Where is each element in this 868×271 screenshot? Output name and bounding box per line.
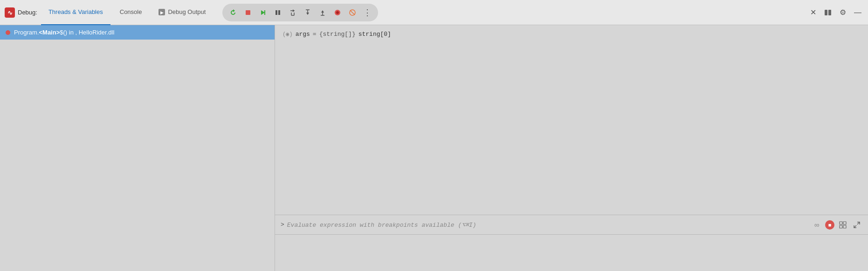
tab-threads-variables[interactable]: Threads & Variables bbox=[41, 0, 110, 25]
step-out-button[interactable] bbox=[316, 6, 330, 20]
svg-rect-25 bbox=[843, 222, 846, 224]
settings-button[interactable]: ⚙ bbox=[837, 7, 848, 18]
minimize-button[interactable]: — bbox=[852, 7, 863, 18]
terminal-icon: ▶ bbox=[158, 9, 165, 15]
resume-button[interactable] bbox=[256, 6, 270, 20]
thread-item[interactable]: Program.<Main>$() in , HelloRider.dll bbox=[0, 25, 275, 40]
close-button[interactable]: ✕ bbox=[807, 7, 819, 18]
svg-marker-13 bbox=[306, 13, 309, 15]
svg-marker-5 bbox=[261, 10, 265, 15]
split-button[interactable] bbox=[822, 7, 834, 18]
main-content: Program.<Main>$() in , HelloRider.dll (◉… bbox=[0, 25, 868, 271]
svg-rect-7 bbox=[276, 10, 277, 15]
svg-rect-26 bbox=[840, 225, 842, 228]
variable-name: args bbox=[296, 31, 310, 38]
svg-point-19 bbox=[336, 11, 339, 14]
tab-debug-output[interactable]: ▶ Debug Output bbox=[151, 0, 213, 25]
step-into-button[interactable] bbox=[301, 6, 315, 20]
svg-rect-22 bbox=[825, 10, 827, 15]
svg-marker-16 bbox=[321, 10, 324, 13]
svg-rect-6 bbox=[264, 10, 265, 15]
expression-controls: ∞ ■ bbox=[811, 219, 862, 230]
debug-controls: ⋮ bbox=[222, 4, 378, 21]
tab-console[interactable]: Console bbox=[112, 0, 150, 25]
thread-text: Program.<Main>$() in , HelloRider.dll bbox=[14, 29, 114, 36]
svg-rect-8 bbox=[278, 10, 280, 15]
threads-panel: Program.<Main>$() in , HelloRider.dll bbox=[0, 25, 275, 271]
more-button[interactable]: ⋮ bbox=[360, 6, 374, 20]
toolbar: ∿ Debug: Threads & Variables Console ▶ D… bbox=[0, 0, 868, 25]
mute-breakpoints-button[interactable] bbox=[345, 6, 359, 20]
svg-text:▶: ▶ bbox=[160, 10, 164, 15]
expression-input-row[interactable]: > Evaluate expression with breakpoints a… bbox=[275, 215, 868, 235]
right-panel: (◉) args = {string[]} string[0] > Evalua… bbox=[275, 25, 868, 271]
expression-body bbox=[275, 235, 868, 271]
stop-eval-button[interactable]: ■ bbox=[825, 220, 834, 230]
grid-button[interactable] bbox=[837, 219, 848, 230]
expression-placeholder: Evaluate expression with breakpoints ava… bbox=[287, 221, 808, 229]
window-controls: ✕ ⚙ — bbox=[807, 7, 863, 18]
svg-line-21 bbox=[350, 10, 355, 15]
debug-icon: ∿ bbox=[5, 7, 15, 18]
run-to-cursor-button[interactable] bbox=[331, 6, 344, 20]
expression-area: > Evaluate expression with breakpoints a… bbox=[275, 215, 868, 271]
step-over-button[interactable] bbox=[286, 6, 300, 20]
variables-area: (◉) args = {string[]} string[0] bbox=[275, 25, 868, 215]
rerun-button[interactable] bbox=[226, 6, 240, 20]
variable-value: string[0] bbox=[358, 31, 391, 38]
infinity-button[interactable]: ∞ bbox=[811, 219, 822, 230]
svg-rect-4 bbox=[246, 10, 250, 15]
stop-button[interactable] bbox=[241, 6, 255, 20]
expression-prompt: > bbox=[281, 221, 284, 228]
thread-status-dot bbox=[6, 30, 10, 35]
expand-button[interactable] bbox=[851, 219, 862, 230]
pause-button[interactable] bbox=[271, 6, 285, 20]
variable-row: (◉) args = {string[]} string[0] bbox=[282, 30, 861, 39]
svg-rect-23 bbox=[828, 10, 831, 15]
debug-text: Debug: bbox=[18, 9, 37, 16]
svg-rect-27 bbox=[843, 225, 846, 228]
debug-label: ∿ Debug: bbox=[5, 7, 37, 18]
variable-type: {string[]} bbox=[319, 31, 356, 38]
svg-text:∿: ∿ bbox=[7, 9, 13, 16]
variable-icon: (◉) bbox=[282, 31, 293, 38]
svg-rect-24 bbox=[840, 222, 842, 224]
variable-equals: = bbox=[313, 31, 317, 38]
